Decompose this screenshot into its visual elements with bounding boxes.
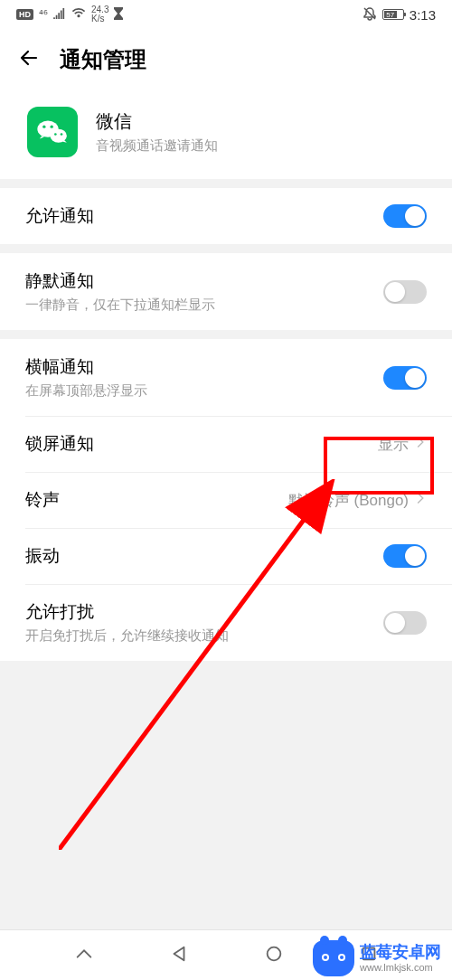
app-name: 微信 [96, 109, 218, 134]
row-silent-notifications[interactable]: 静默通知 一律静音，仅在下拉通知栏显示 [0, 253, 452, 330]
svg-point-5 [61, 133, 63, 136]
row-title: 振动 [25, 544, 60, 568]
svg-point-4 [54, 133, 57, 136]
signal-icon [53, 8, 66, 22]
clock: 3:13 [410, 7, 436, 23]
svg-point-2 [42, 126, 45, 128]
row-vibrate[interactable]: 振动 [0, 528, 452, 584]
watermark-title: 蓝莓安卓网 [360, 944, 441, 962]
section-details: 横幅通知 在屏幕顶部悬浮显示 锁屏通知 显示 铃声 默认铃声 (Bongo) 振… [0, 339, 452, 661]
chevron-right-icon [414, 436, 427, 452]
net-speed: 24.3 K/s [91, 5, 108, 24]
back-icon[interactable] [18, 47, 40, 72]
status-right: 57 3:13 [363, 6, 436, 24]
toggle-banner[interactable] [383, 366, 427, 390]
status-left: HD ⁴⁶ 24.3 K/s [16, 5, 123, 24]
nav-home-icon[interactable] [264, 944, 284, 967]
wifi-icon [71, 7, 86, 22]
toggle-vibrate[interactable] [383, 544, 427, 568]
row-title: 允许打扰 [25, 600, 229, 624]
row-title: 横幅通知 [25, 355, 147, 379]
wechat-icon [27, 107, 78, 157]
row-title: 允许通知 [25, 204, 94, 228]
hourglass-icon [114, 7, 123, 23]
toggle-silent[interactable] [383, 280, 427, 304]
page-title: 通知管理 [60, 45, 146, 74]
chevron-right-icon [414, 492, 427, 508]
app-subtitle: 音视频通话邀请通知 [96, 137, 218, 155]
row-banner-notifications[interactable]: 横幅通知 在屏幕顶部悬浮显示 [0, 339, 452, 416]
row-title: 静默通知 [25, 269, 215, 293]
row-value: 显示 [378, 434, 409, 455]
row-allow-disturb[interactable]: 允许打扰 开启免打扰后，允许继续接收通知 [0, 584, 452, 661]
battery-icon: 57 [382, 9, 404, 20]
battery-pct: 57 [384, 11, 397, 18]
row-value: 默认铃声 (Bongo) [288, 490, 409, 511]
nav-menu-icon[interactable] [74, 944, 94, 967]
page-header: 通知管理 [0, 29, 452, 94]
row-sub: 开启免打扰后，允许继续接收通知 [25, 627, 229, 645]
watermark-url: www.lmkjsk.com [360, 962, 441, 973]
hd-badge: HD [16, 9, 33, 20]
section-silent: 静默通知 一律静音，仅在下拉通知栏显示 [0, 253, 452, 330]
nav-back-icon[interactable] [169, 944, 189, 967]
watermark: 蓝莓安卓网 www.lmkjsk.com [313, 940, 441, 976]
app-info-row: 微信 音视频通话邀请通知 [0, 94, 452, 179]
row-title: 锁屏通知 [25, 432, 94, 456]
toggle-allow[interactable] [383, 204, 427, 228]
row-ringtone[interactable]: 铃声 默认铃声 (Bongo) [0, 472, 452, 528]
status-bar: HD ⁴⁶ 24.3 K/s 57 3:13 [0, 0, 452, 29]
row-sub: 在屏幕顶部悬浮显示 [25, 382, 147, 400]
svg-point-7 [267, 947, 280, 960]
network-gen: ⁴⁶ [39, 8, 48, 21]
row-allow-notifications[interactable]: 允许通知 [0, 188, 452, 244]
row-lockscreen-notifications[interactable]: 锁屏通知 显示 [0, 416, 452, 472]
svg-point-3 [51, 126, 53, 128]
watermark-icon [313, 940, 354, 976]
section-allow: 允许通知 [0, 188, 452, 244]
toggle-disturb[interactable] [383, 611, 427, 635]
mute-icon [363, 6, 377, 24]
row-sub: 一律静音，仅在下拉通知栏显示 [25, 297, 215, 314]
row-title: 铃声 [25, 488, 60, 512]
